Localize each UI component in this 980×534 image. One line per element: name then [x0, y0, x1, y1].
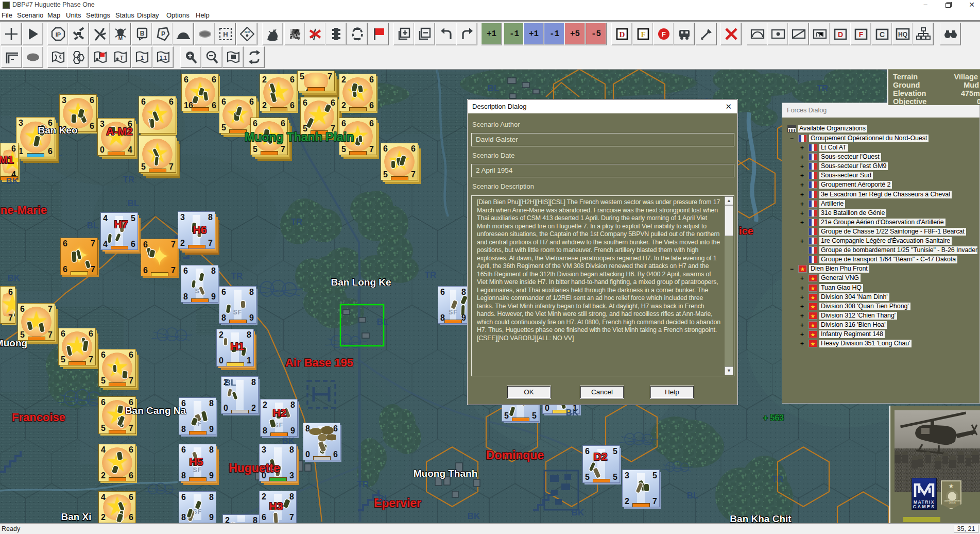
svg-text:B: B [140, 30, 144, 37]
svg-text:1.1: 1.1 [160, 55, 167, 61]
svg-text:T: T [119, 55, 123, 61]
svg-text:P: P [161, 30, 165, 38]
svg-text:F: F [641, 30, 645, 39]
svg-text:F: F [858, 30, 863, 39]
svg-text:1: 1 [140, 55, 143, 61]
svg-text:IED: IED [244, 30, 250, 34]
svg-text:H: H [223, 30, 228, 38]
svg-text:D: D [619, 30, 625, 39]
svg-text:IP: IP [55, 31, 60, 38]
svg-text:HQ: HQ [898, 31, 907, 38]
svg-text:M: M [118, 36, 122, 41]
svg-text:C: C [879, 30, 884, 39]
svg-text:D: D [837, 30, 843, 39]
svg-text:F: F [662, 30, 666, 38]
